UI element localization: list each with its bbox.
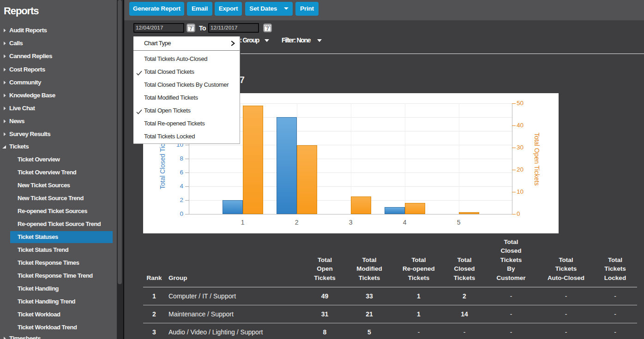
svg-text:7: 7 — [190, 26, 193, 31]
svg-text:7: 7 — [266, 26, 269, 31]
